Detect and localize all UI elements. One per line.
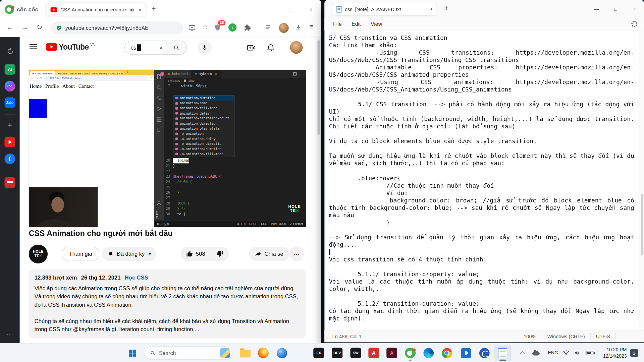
minimize-button[interactable]: — bbox=[260, 0, 280, 19]
file-explorer-icon[interactable] bbox=[237, 345, 254, 361]
suggestion-item[interactable]: animation-fill-mode bbox=[173, 106, 234, 111]
notepad-tab[interactable]: css_[Note]_ADVANED.txt • bbox=[332, 3, 437, 16]
description-panel[interactable]: 12.393 lượt xem 26 thg 12, 2021 Học CSS … bbox=[29, 269, 306, 338]
suggestion-item[interactable]: -o-animation-direction bbox=[173, 141, 234, 146]
page-scrollbar[interactable] bbox=[316, 37, 321, 343]
status-item[interactable]: CRLF bbox=[249, 222, 257, 226]
fx-app-icon[interactable]: FX bbox=[311, 345, 327, 361]
close-button[interactable]: × bbox=[625, 0, 644, 18]
facebook-icon[interactable]: f bbox=[4, 154, 15, 164]
notepad-scrollbar[interactable] bbox=[639, 31, 644, 330]
new-tab-button[interactable]: + bbox=[444, 4, 448, 12]
bookmark-star-icon[interactable]: ☆ bbox=[202, 22, 208, 30]
extensions-icon[interactable] bbox=[156, 117, 162, 122]
encoding-indicator[interactable]: UTF-8 bbox=[590, 333, 615, 339]
suggestion-item[interactable]: animation-name bbox=[173, 101, 234, 106]
suggestion-item[interactable]: animation-direction bbox=[173, 121, 234, 126]
adblock-icon[interactable]: 28 bbox=[214, 23, 221, 32]
back-button[interactable]: ← bbox=[7, 22, 14, 32]
battery-icon[interactable] bbox=[586, 351, 593, 355]
download-manager-icon[interactable]: ↓ bbox=[228, 23, 236, 32]
search-icon[interactable] bbox=[156, 84, 162, 90]
status-item[interactable]: UTF-8 bbox=[237, 222, 246, 226]
messenger-icon[interactable] bbox=[4, 81, 15, 92]
create-icon[interactable] bbox=[247, 43, 256, 53]
language-indicator[interactable]: ENG bbox=[548, 350, 558, 355]
editor-more-icon[interactable]: ⋯ bbox=[300, 72, 303, 76]
suggestion-item[interactable]: animation-iteration-count bbox=[173, 116, 234, 121]
hashtag-link[interactable]: Học CSS bbox=[125, 274, 148, 282]
account-icon[interactable] bbox=[156, 201, 162, 206]
problems-indicator[interactable]: ⊗0 △0 bbox=[157, 222, 169, 226]
clear-search-icon[interactable]: × bbox=[156, 45, 166, 51]
menu-item[interactable]: File bbox=[329, 19, 346, 29]
reading-list-icon[interactable] bbox=[265, 24, 272, 31]
run-debug-icon[interactable] bbox=[156, 106, 162, 112]
editor-tab-style-css[interactable]: #style.css× bbox=[192, 70, 220, 78]
settings-gear-icon[interactable] bbox=[631, 21, 637, 27]
add-shortcut-icon[interactable]: + bbox=[4, 120, 15, 131]
search-highlight-icon[interactable] bbox=[220, 348, 230, 358]
line-ending-indicator[interactable]: Windows (CRLF) bbox=[542, 333, 590, 339]
search-box[interactable]: cs × bbox=[124, 41, 187, 55]
status-item[interactable]: Port : 3000 bbox=[271, 222, 286, 226]
explorer-icon[interactable]: 1 bbox=[156, 74, 162, 79]
suggestion-item[interactable]: animation-play-state bbox=[173, 126, 234, 131]
onedrive-cloud-icon[interactable] bbox=[532, 352, 540, 355]
suggestion-item[interactable]: -o-animation-fill-mode bbox=[173, 152, 234, 157]
maximize-button[interactable]: □ bbox=[606, 0, 625, 18]
youtube-logo[interactable]: YouTube VN bbox=[46, 42, 95, 53]
notification-badge[interactable]: 2 bbox=[630, 349, 638, 357]
menu-item[interactable]: View bbox=[366, 19, 386, 29]
close-tab-icon[interactable]: × bbox=[215, 72, 217, 76]
sidebar-more-icon[interactable]: ⋯ bbox=[4, 329, 15, 340]
share-button[interactable]: Chia sẻ bbox=[249, 247, 289, 261]
taskbar-search[interactable]: Search bbox=[145, 346, 232, 359]
address-bar[interactable]: youtube.com/watch?v=f8fjyJn8oAE bbox=[51, 21, 183, 35]
search-button[interactable] bbox=[166, 41, 186, 55]
start-button[interactable] bbox=[124, 345, 141, 361]
menu-item[interactable]: Edit bbox=[347, 19, 365, 29]
like-button[interactable]: 508 bbox=[181, 250, 211, 257]
browser-sphere-icon[interactable] bbox=[274, 345, 290, 361]
subscribed-button[interactable]: Đã đăng ký ▾ bbox=[102, 247, 157, 261]
profile-avatar[interactable] bbox=[279, 23, 288, 33]
join-button[interactable]: Tham gia bbox=[62, 247, 100, 261]
suggestion-item[interactable]: -o-animation bbox=[173, 131, 234, 136]
history-icon[interactable] bbox=[5, 47, 14, 56]
notepad-text-area[interactable]: 5/ CSS transtion và CSS animation Các li… bbox=[324, 31, 639, 330]
suggestion-item[interactable]: -o-animation-delay bbox=[173, 136, 234, 141]
volume-icon[interactable] bbox=[574, 349, 581, 356]
sw-app-icon[interactable]: SW bbox=[347, 345, 364, 361]
coccoc-ai-icon[interactable]: AI bbox=[4, 64, 15, 75]
split-editor-icon[interactable] bbox=[293, 72, 297, 76]
downloads-icon[interactable] bbox=[294, 24, 302, 32]
minimize-button[interactable]: — bbox=[587, 0, 606, 18]
status-item[interactable]: CSS bbox=[261, 222, 267, 226]
dev-app-icon[interactable]: DEV bbox=[329, 345, 345, 361]
blue-app-icon-2[interactable] bbox=[476, 345, 492, 361]
menu-icon[interactable]: ≡ bbox=[309, 22, 314, 31]
clock[interactable]: 10:20 PM 12/14/2023 bbox=[594, 347, 627, 359]
voice-search-button[interactable] bbox=[198, 41, 212, 55]
red-a-app-icon[interactable]: A bbox=[366, 345, 382, 361]
coccoc-taskbar-icon[interactable] bbox=[402, 345, 419, 361]
editor-tab-index-html[interactable]: <>index.html bbox=[164, 70, 192, 78]
wifi-icon[interactable] bbox=[563, 349, 570, 356]
chrome-icon[interactable] bbox=[439, 345, 455, 361]
save-video-icon[interactable] bbox=[188, 24, 196, 32]
bookmark-icon[interactable] bbox=[156, 127, 162, 133]
suggestion-item[interactable]: animation-duration bbox=[173, 96, 234, 101]
video-player[interactable]: CSS AnimationEasings - Generate Cubic Be… bbox=[29, 70, 306, 227]
source-control-icon[interactable] bbox=[156, 95, 162, 101]
extensions-puzzle-icon[interactable] bbox=[244, 24, 251, 31]
guide-menu-icon[interactable] bbox=[30, 44, 37, 49]
notifications-bell-icon[interactable] bbox=[266, 43, 275, 52]
tray-overflow-chevron[interactable] bbox=[520, 352, 525, 356]
account-avatar[interactable] bbox=[290, 41, 303, 54]
notepad-taskbar-icon[interactable] bbox=[494, 345, 511, 361]
tab-close-icon[interactable]: × bbox=[138, 7, 142, 13]
red-app-icon[interactable] bbox=[4, 177, 15, 188]
channel-avatar[interactable]: HOLE TEX bbox=[29, 245, 48, 263]
code-area[interactable]: 7 width: 50px; animation-durationanimati… bbox=[164, 83, 306, 221]
